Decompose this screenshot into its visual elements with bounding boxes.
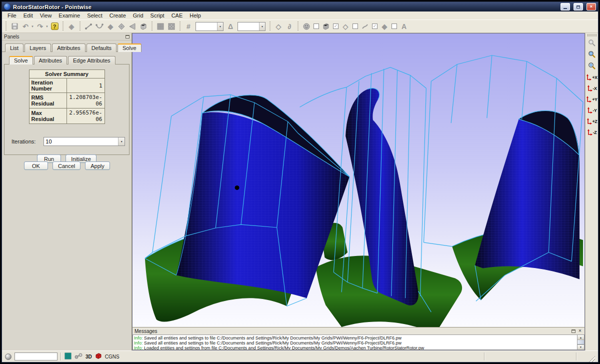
float-panel-icon[interactable]	[126, 35, 130, 38]
messages-header[interactable]: Messages ×	[132, 328, 584, 334]
show-blocks-icon[interactable]	[320, 21, 332, 32]
layers-icon[interactable]: ◈	[66, 21, 77, 32]
toolbar-grip[interactable]	[4, 22, 8, 32]
title-bar[interactable]: RotorStatorRotor - Pointwise ×	[2, 2, 598, 12]
cae-solver-label: CGNS	[105, 354, 120, 360]
tab-layers[interactable]: Layers	[24, 44, 51, 52]
app-globe-icon	[4, 4, 10, 10]
restore-button[interactable]	[574, 3, 583, 10]
view-minus-y-button[interactable]: -Y	[586, 106, 598, 115]
show-database-checkbox[interactable]	[392, 24, 397, 29]
view-plus-x-button[interactable]: +X	[586, 72, 598, 82]
message-log[interactable]: Info: Saved all entities and settings to…	[132, 334, 577, 350]
ok-button[interactable]: OK	[24, 162, 48, 170]
toolbar-grip[interactable]	[62, 22, 64, 32]
menu-grid[interactable]: Grid	[130, 12, 147, 19]
structured-domain-icon[interactable]	[116, 21, 127, 32]
connector-tool-icon[interactable]	[83, 21, 94, 32]
close-messages-icon[interactable]: ×	[578, 328, 582, 334]
project-tool-icon[interactable]: ◇	[273, 21, 284, 32]
shaded-view-checkbox[interactable]	[314, 24, 319, 29]
zoom-box-icon[interactable]	[586, 50, 598, 60]
tab-solve[interactable]: Solve	[118, 44, 142, 52]
show-blocks-checkbox[interactable]: ✓	[333, 24, 338, 29]
dimension-combo[interactable]: ▼	[196, 22, 224, 31]
structured-grid-icon[interactable]	[155, 21, 166, 32]
view-plus-y-button[interactable]: +Y	[586, 94, 598, 104]
dimension-combo-value[interactable]	[196, 22, 217, 30]
toolbar-grip[interactable]	[178, 22, 182, 32]
float-messages-icon[interactable]	[572, 330, 576, 333]
view-minus-z-button[interactable]: -Z	[586, 128, 598, 137]
undo-dropdown-icon[interactable]: ▼	[31, 25, 34, 28]
scroll-up-icon[interactable]: ▲	[578, 335, 584, 340]
view-minus-x-button[interactable]: -X	[586, 84, 598, 93]
restore-icon	[576, 6, 580, 8]
close-button[interactable]: ×	[586, 3, 596, 10]
zoom-extents-icon[interactable]	[586, 61, 598, 71]
messages-scrollbar[interactable]: ▲ ▼	[577, 334, 584, 350]
tab-edge-attributes[interactable]: Edge Attributes	[68, 56, 116, 64]
toolbar-grip[interactable]	[78, 22, 82, 32]
status-input[interactable]	[14, 352, 58, 360]
apply-button[interactable]: Apply	[85, 162, 110, 170]
spacing-combo-value[interactable]	[238, 22, 259, 30]
extrude-tool-icon[interactable]	[127, 21, 138, 32]
toolbar-grip[interactable]	[150, 22, 154, 32]
menu-examine[interactable]: Examine	[55, 12, 84, 19]
menu-file[interactable]: File	[4, 12, 20, 19]
iterations-combo[interactable]: ▼	[44, 137, 125, 146]
iterations-input[interactable]	[44, 138, 118, 146]
scroll-down-icon[interactable]: ▼	[578, 344, 584, 350]
cancel-button[interactable]: Cancel	[52, 162, 80, 170]
menu-script[interactable]: Script	[147, 12, 168, 19]
scroll-thumb[interactable]	[578, 340, 584, 344]
toolbar-grip[interactable]	[268, 22, 272, 32]
redo-icon[interactable]: ↷	[34, 21, 46, 32]
show-connectors-icon[interactable]	[360, 21, 370, 32]
spacing-combo-arrow-icon[interactable]: ▼	[259, 22, 265, 30]
menu-create[interactable]: Create	[106, 12, 130, 19]
show-connectors-checkbox[interactable]: ✓	[372, 24, 378, 29]
block-tool-icon[interactable]	[138, 21, 149, 32]
shaded-view-icon[interactable]	[301, 21, 312, 32]
toolbar-grip[interactable]	[296, 22, 300, 32]
tab-attributes[interactable]: Attributes	[52, 44, 85, 52]
solver-summary-table: Solver Summary Iteration Number 1 RMS Re…	[29, 70, 105, 124]
tab-solve-attributes[interactable]: Attributes	[34, 56, 67, 64]
view-toolbar-grip[interactable]	[588, 34, 596, 36]
menu-help[interactable]: Help	[186, 12, 204, 19]
menu-view[interactable]: View	[36, 12, 56, 19]
partial-derivative-icon[interactable]: ∂	[284, 21, 295, 32]
redo-dropdown-icon[interactable]: ▼	[46, 25, 49, 28]
view-plus-z-button[interactable]: +Z	[586, 116, 598, 126]
domain-tool-icon[interactable]: ◆	[105, 21, 116, 32]
save-icon[interactable]	[9, 21, 20, 32]
dimension-combo-arrow-icon[interactable]: ▼	[217, 22, 223, 30]
menu-select[interactable]: Select	[84, 12, 106, 19]
resize-grip[interactable]	[589, 356, 595, 362]
dimension-icon[interactable]: #	[183, 21, 194, 32]
show-domains-icon[interactable]: ◇	[340, 21, 351, 32]
panel-tabbar: List Layers Attributes Defaults Solve	[2, 40, 132, 52]
show-spacings-icon[interactable]: A	[398, 21, 410, 32]
unstructured-grid-icon[interactable]	[166, 21, 177, 32]
panels-header[interactable]: Panels	[2, 33, 132, 40]
menu-cae[interactable]: CAE	[168, 12, 186, 19]
spacing-combo[interactable]: ▼	[238, 22, 266, 31]
curve-tool-icon[interactable]	[94, 21, 105, 32]
help-icon[interactable]: ?	[49, 21, 60, 32]
minimize-button[interactable]	[560, 3, 570, 10]
show-database-icon[interactable]: ◆	[379, 21, 390, 32]
tab-list[interactable]: List	[5, 44, 24, 52]
selected-point-marker[interactable]	[235, 186, 240, 190]
iterations-dropdown-icon[interactable]: ▼	[118, 138, 124, 146]
tab-defaults[interactable]: Defaults	[86, 44, 116, 52]
show-domains-checkbox[interactable]	[352, 24, 358, 29]
spacing-icon[interactable]: Δ	[225, 21, 236, 32]
tab-solve-inner[interactable]: Solve	[9, 56, 33, 64]
zoom-icon[interactable]	[586, 38, 598, 48]
menu-edit[interactable]: Edit	[20, 12, 36, 19]
undo-icon[interactable]: ↶	[20, 21, 31, 32]
viewport-3d[interactable]	[132, 33, 585, 327]
